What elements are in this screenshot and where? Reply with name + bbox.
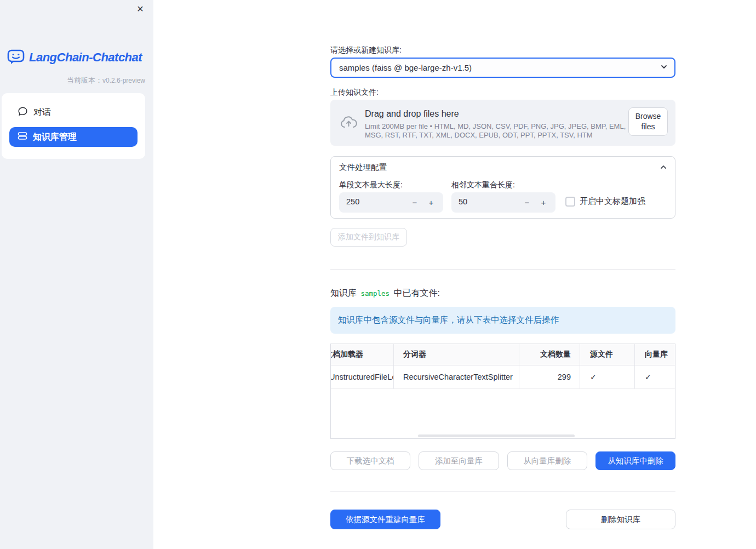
- sidebar-nav: 对话 知识库管理: [2, 93, 145, 159]
- checkbox-unchecked-icon[interactable]: [565, 197, 575, 207]
- kb-selected-value: samples (faiss @ bge-large-zh-v1.5): [339, 63, 660, 72]
- check-mark-icon: ✓: [645, 373, 651, 381]
- table-row[interactable]: UnstructuredFileLoader RecursiveCharacte…: [331, 365, 675, 389]
- cell-vector-store-check: ✓: [634, 365, 675, 388]
- divider: [330, 491, 675, 492]
- delete-from-kb-button[interactable]: 从知识库中删除: [595, 451, 675, 470]
- sidebar: ✕ LangChain-Chatchat 当前版本：v0.2.6-preview: [0, 0, 153, 549]
- expander-title: 文件处理配置: [339, 162, 387, 173]
- check-mark-icon: ✓: [590, 373, 597, 381]
- delete-kb-button[interactable]: 删除知识库: [566, 510, 675, 529]
- chunk-size-stepper[interactable]: 250 − +: [339, 192, 443, 213]
- overlap-size-value: 50: [459, 197, 467, 206]
- kb-select-label: 请选择或新建知识库:: [330, 45, 402, 55]
- zh-title-enhance-checkbox-row[interactable]: 开启中文标题加强: [565, 196, 645, 207]
- col-vector-store-header: 向量库: [634, 344, 675, 365]
- kb-name-code: samples: [359, 289, 391, 298]
- checkbox-label: 开启中文标题加强: [580, 196, 645, 207]
- download-selected-button[interactable]: 下载选中文档: [330, 451, 410, 470]
- chevron-down-icon: [660, 63, 668, 73]
- kb-selectbox[interactable]: samples (faiss @ bge-large-zh-v1.5): [330, 58, 675, 78]
- sidebar-close-button[interactable]: ✕: [135, 4, 146, 15]
- cloud-upload-icon: [340, 114, 358, 134]
- col-splitter-header: 分词器: [393, 344, 519, 365]
- browse-files-button[interactable]: Browse files: [628, 107, 668, 136]
- col-loader-header: 文档加载器: [331, 344, 393, 365]
- info-banner-text: 知识库中包含源文件与向量库，请从下表中选择文件后操作: [338, 314, 559, 326]
- increment-button[interactable]: +: [423, 192, 439, 213]
- cell-splitter: RecursiveCharacterTextSplitter: [393, 365, 519, 388]
- rebuild-vector-store-button[interactable]: 依据源文件重建向量库: [330, 510, 440, 529]
- sidebar-item-dialogue[interactable]: 对话: [9, 102, 138, 122]
- cell-loader: UnstructuredFileLoader: [331, 365, 393, 388]
- overlap-size-stepper[interactable]: 50 − +: [451, 192, 555, 213]
- file-action-buttons: 下载选中文档 添加至向量库 从向量库删除 从知识库中删除: [330, 451, 675, 470]
- sidebar-item-label: 知识库管理: [33, 131, 77, 143]
- logo-chat-smiley-icon: [7, 47, 25, 68]
- decrement-button[interactable]: −: [407, 192, 422, 213]
- dropzone-limit-text: Limit 200MB per file • HTML, MD, JSON, C…: [365, 122, 627, 140]
- chunk-size-label: 单段文本最大长度:: [339, 180, 403, 190]
- expander-header[interactable]: 文件处理配置: [331, 157, 675, 178]
- app-root: ✕ LangChain-Chatchat 当前版本：v0.2.6-preview: [0, 0, 756, 549]
- sidebar-item-label: 对话: [33, 107, 51, 118]
- dropzone-title: Drag and drop files here: [365, 109, 459, 119]
- chevron-up-icon: [660, 163, 667, 173]
- increment-button[interactable]: +: [536, 192, 551, 213]
- app-logo: LangChain-Chatchat: [7, 47, 142, 68]
- file-dropzone[interactable]: Drag and drop files here Limit 200MB per…: [330, 100, 675, 146]
- add-files-to-kb-button[interactable]: 添加文件到知识库: [330, 228, 407, 247]
- sidebar-item-knowledge-base[interactable]: 知识库管理: [9, 127, 138, 147]
- add-to-vector-store-button[interactable]: 添加至向量库: [419, 451, 499, 470]
- decrement-button[interactable]: −: [519, 192, 535, 213]
- delete-from-vector-store-button[interactable]: 从向量库删除: [507, 451, 587, 470]
- app-title: LangChain-Chatchat: [29, 50, 142, 65]
- version-text: 当前版本：v0.2.6-preview: [67, 76, 145, 85]
- stacked-list-icon: [18, 131, 27, 143]
- overlap-size-label: 相邻文本重合长度:: [451, 180, 515, 190]
- cell-source-file-check: ✓: [580, 365, 634, 388]
- main-content: 请选择或新建知识库: samples (faiss @ bge-large-zh…: [153, 0, 756, 549]
- table-horizontal-scrollbar[interactable]: [418, 434, 575, 437]
- file-config-expander: 文件处理配置 单段文本最大长度: 250 − + 相邻文本重合长度: 50 − …: [330, 156, 675, 219]
- files-table: 文档加载器 分词器 文档数量 源文件 向量库 UnstructuredFileL…: [330, 344, 675, 439]
- existing-files-heading: 知识库 samples 中已有文件:: [330, 288, 440, 299]
- cell-doc-count: 299: [519, 365, 580, 388]
- close-icon: ✕: [136, 4, 144, 14]
- col-doc-count-header: 文档数量: [519, 344, 580, 365]
- upload-label: 上传知识文件:: [330, 88, 379, 98]
- info-banner: 知识库中包含源文件与向量库，请从下表中选择文件后操作: [330, 307, 675, 334]
- chunk-size-value: 250: [346, 197, 359, 206]
- col-source-file-header: 源文件: [580, 344, 634, 365]
- divider: [330, 269, 675, 270]
- chat-bubble-icon: [18, 106, 28, 119]
- table-header-row: 文档加载器 分词器 文档数量 源文件 向量库: [331, 344, 675, 365]
